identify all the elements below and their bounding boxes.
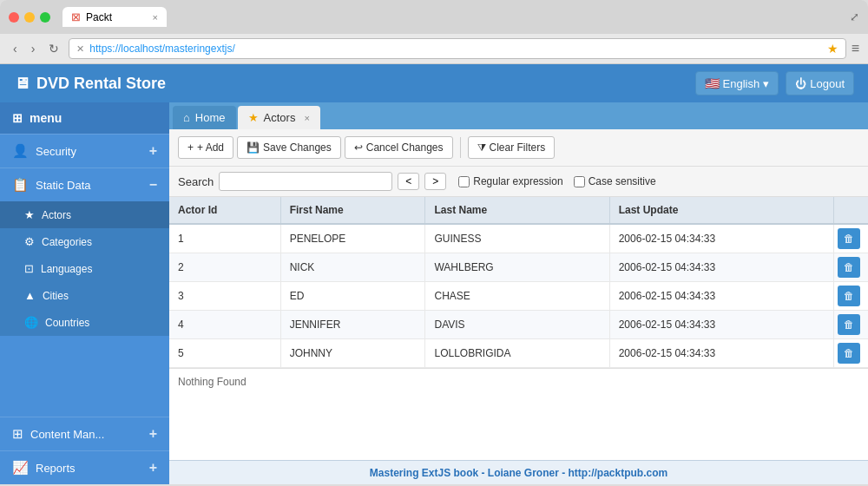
app-container: 🖥 DVD Rental Store 🇺🇸 English ▾ ⏻ Logout… bbox=[0, 64, 868, 484]
case-option[interactable]: Case sensitive bbox=[574, 175, 656, 187]
delete-button[interactable]: 🗑 bbox=[838, 228, 860, 249]
sidebar-item-cities[interactable]: ▲ Cities bbox=[0, 282, 169, 309]
home-tab-label: Home bbox=[195, 111, 226, 124]
url-text: https://localhost/masteringextjs/ bbox=[89, 43, 234, 55]
regex-label: Regular expression bbox=[473, 175, 562, 187]
search-next-button[interactable]: > bbox=[424, 173, 446, 190]
url-bar[interactable]: ✕ https://localhost/masteringextjs/ ★ bbox=[69, 38, 845, 59]
col-last-update: Last Update bbox=[609, 197, 833, 224]
sidebar-section-reports: 📈 Reports + bbox=[0, 450, 169, 484]
case-label: Case sensitive bbox=[589, 175, 656, 187]
main-layout: ⊞ menu 👤 Security + 📋 Static Data − bbox=[0, 102, 868, 484]
tab-close-btn[interactable]: × bbox=[153, 12, 158, 23]
cell-first-name: JENNIFER bbox=[280, 311, 425, 339]
case-checkbox[interactable] bbox=[574, 176, 585, 187]
tabs-bar: ⌂ Home ★ Actors × bbox=[169, 102, 868, 129]
lang-label: English bbox=[723, 77, 760, 90]
sidebar-item-security[interactable]: 👤 Security + bbox=[0, 135, 169, 167]
sidebar-section-static-data: 📋 Static Data − ★ Actors ⚙ Categories ⊡ bbox=[0, 167, 169, 336]
cell-last-update: 2006-02-15 04:34:33 bbox=[609, 311, 833, 339]
search-options: Regular expression Case sensitive bbox=[458, 175, 655, 187]
bookmark-icon[interactable]: ★ bbox=[827, 42, 838, 56]
clear-filters-button[interactable]: ⧩ Clear Filters bbox=[468, 136, 556, 159]
security-expand-icon[interactable]: + bbox=[149, 143, 157, 159]
tab-favicon: ⊠ bbox=[71, 10, 81, 23]
cell-actor-id: 1 bbox=[169, 224, 280, 253]
static-data-label: Static Data bbox=[36, 179, 91, 192]
tab-home[interactable]: ⌂ Home bbox=[173, 106, 236, 129]
table-row: 4 JENNIFER DAVIS 2006-02-15 04:34:33 🗑 bbox=[169, 311, 868, 339]
lang-dropdown-icon: ▾ bbox=[763, 77, 769, 90]
cell-last-name: WAHLBERG bbox=[425, 253, 609, 282]
cell-first-name: NICK bbox=[280, 253, 425, 282]
menu-label: menu bbox=[30, 111, 62, 125]
cell-last-update: 2006-02-15 04:34:33 bbox=[609, 339, 833, 368]
cancel-icon: ↩ bbox=[354, 141, 363, 154]
actors-tab-icon: ★ bbox=[248, 111, 259, 124]
browser-tab[interactable]: ⊠ Packt × bbox=[62, 7, 167, 27]
search-input[interactable] bbox=[219, 172, 392, 191]
cell-actor-id: 3 bbox=[169, 282, 280, 311]
lock-icon: ✕ bbox=[76, 43, 84, 55]
sidebar-item-content[interactable]: ⊞ Content Man... + bbox=[0, 417, 169, 450]
toolbar: + + Add 💾 Save Changes ↩ Cancel Changes … bbox=[169, 129, 868, 167]
forward-button[interactable]: › bbox=[27, 40, 40, 57]
tab-actors[interactable]: ★ Actors × bbox=[238, 106, 320, 129]
search-prev-button[interactable]: < bbox=[398, 173, 419, 190]
actors-tab-close[interactable]: × bbox=[304, 113, 309, 123]
sidebar-item-languages[interactable]: ⊡ Languages bbox=[0, 255, 169, 282]
logout-label: Logout bbox=[810, 77, 845, 90]
cell-delete: 🗑 bbox=[833, 253, 868, 282]
reload-button[interactable]: ↻ bbox=[44, 40, 63, 57]
close-dot[interactable] bbox=[9, 12, 19, 23]
cell-first-name: PENELOPE bbox=[280, 224, 425, 253]
countries-icon: 🌐 bbox=[24, 316, 38, 329]
sidebar-item-categories[interactable]: ⚙ Categories bbox=[0, 228, 169, 255]
cell-last-name: DAVIS bbox=[425, 311, 609, 339]
actors-icon: ★ bbox=[24, 208, 35, 221]
sidebar-item-actors[interactable]: ★ Actors bbox=[0, 201, 169, 228]
save-changes-button[interactable]: 💾 Save Changes bbox=[237, 136, 341, 159]
cell-actor-id: 2 bbox=[169, 253, 280, 282]
delete-button[interactable]: 🗑 bbox=[838, 314, 860, 335]
sidebar-menu-header[interactable]: ⊞ menu bbox=[0, 102, 169, 134]
sidebar-item-static-data[interactable]: 📋 Static Data − bbox=[0, 168, 169, 201]
regex-option[interactable]: Regular expression bbox=[458, 175, 562, 187]
footer-link[interactable]: Mastering ExtJS book - Loiane Groner - h… bbox=[370, 467, 667, 479]
security-label: Security bbox=[36, 145, 76, 158]
add-button[interactable]: + + Add bbox=[178, 136, 233, 159]
delete-button[interactable]: 🗑 bbox=[838, 257, 860, 278]
sidebar-item-countries[interactable]: 🌐 Countries bbox=[0, 309, 169, 336]
delete-button[interactable]: 🗑 bbox=[838, 286, 860, 306]
static-data-icon: 📋 bbox=[12, 177, 29, 193]
content-label: Content Man... bbox=[30, 428, 104, 441]
actors-label: Actors bbox=[42, 209, 71, 221]
cell-delete: 🗑 bbox=[833, 339, 868, 368]
sidebar-item-reports[interactable]: 📈 Reports + bbox=[0, 451, 169, 484]
filter-icon: ⧩ bbox=[477, 141, 486, 154]
regex-checkbox[interactable] bbox=[458, 176, 470, 187]
delete-button[interactable]: 🗑 bbox=[838, 343, 860, 364]
cell-last-name: GUINESS bbox=[425, 224, 609, 253]
actors-table: Actor Id First Name Last Name Last Updat… bbox=[169, 197, 868, 368]
static-data-collapse-icon[interactable]: − bbox=[149, 177, 157, 193]
reports-label: Reports bbox=[36, 462, 76, 475]
cell-actor-id: 5 bbox=[169, 339, 280, 368]
minimize-dot[interactable] bbox=[24, 12, 35, 23]
logout-button[interactable]: ⏻ Logout bbox=[786, 71, 854, 95]
reports-expand-icon[interactable]: + bbox=[149, 460, 157, 476]
browser-menu-icon[interactable]: ≡ bbox=[852, 41, 859, 56]
maximize-dot[interactable] bbox=[40, 12, 50, 23]
cell-delete: 🗑 bbox=[833, 224, 868, 253]
cell-last-name: CHASE bbox=[425, 282, 609, 311]
sidebar-section-security: 👤 Security + bbox=[0, 134, 169, 167]
logout-icon: ⏻ bbox=[795, 77, 806, 90]
content-expand-icon[interactable]: + bbox=[149, 426, 157, 442]
cancel-changes-button[interactable]: ↩ Cancel Changes bbox=[345, 136, 453, 159]
back-button[interactable]: ‹ bbox=[9, 40, 22, 57]
browser-window: ⊠ Packt × ⤢ ‹ › ↻ ✕ https://localhost/ma… bbox=[0, 0, 868, 64]
table-area: Actor Id First Name Last Name Last Updat… bbox=[169, 197, 868, 460]
table-row: 5 JOHNNY LOLLOBRIGIDA 2006-02-15 04:34:3… bbox=[169, 339, 868, 368]
language-button[interactable]: 🇺🇸 English ▾ bbox=[695, 71, 779, 95]
cancel-label: Cancel Changes bbox=[366, 141, 444, 154]
